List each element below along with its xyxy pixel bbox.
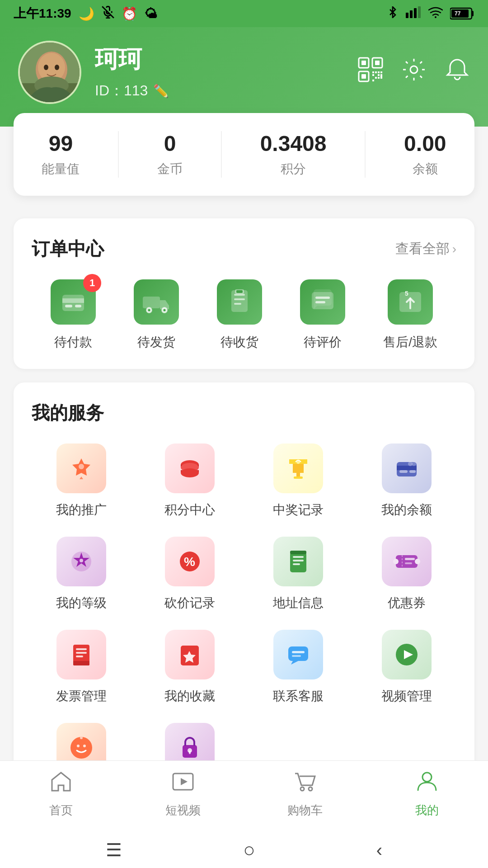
svg-rect-26 <box>375 71 377 73</box>
stat-energy-value: 99 <box>49 131 73 156</box>
edit-icon[interactable]: ✏️ <box>153 84 169 99</box>
svg-point-44 <box>148 309 150 311</box>
order-label-review: 待评价 <box>304 334 342 351</box>
stat-balance-label: 余额 <box>413 160 438 178</box>
nav-item-home[interactable]: 首页 <box>25 770 97 818</box>
shipping-icon-wrap <box>134 279 179 325</box>
notification-icon[interactable] <box>445 57 470 88</box>
svg-rect-94 <box>292 655 301 657</box>
service-label-favorites: 我的收藏 <box>164 688 215 705</box>
promotion-icon <box>56 443 106 493</box>
order-label-refund: 售后/退款 <box>383 334 437 351</box>
nav-item-mine[interactable]: 我的 <box>391 770 463 818</box>
svg-point-106 <box>309 787 312 791</box>
svg-rect-92 <box>288 646 308 661</box>
service-label-coupon: 优惠券 <box>388 594 426 612</box>
service-label-points: 积分中心 <box>164 501 215 519</box>
svg-rect-68 <box>399 470 408 473</box>
status-bar: 上午11:39 🌙 ⏰ 🌤 77 <box>0 0 488 27</box>
nav-item-cart[interactable]: 购物车 <box>269 770 341 818</box>
service-item-promotion[interactable]: 我的推广 <box>32 443 131 519</box>
svg-rect-9 <box>472 11 474 16</box>
payment-icon-wrap: 1 <box>51 279 96 325</box>
svg-point-107 <box>422 773 432 782</box>
bottom-navigation: 首页 短视频 购物车 我的 <box>0 760 488 832</box>
svg-point-63 <box>181 468 199 477</box>
svg-rect-3 <box>406 13 408 18</box>
stat-coins-label: 金币 <box>157 160 183 178</box>
stat-energy-label: 能量值 <box>42 160 80 178</box>
muted-icon <box>102 6 114 22</box>
svg-rect-34 <box>372 80 374 81</box>
service-item-favorites[interactable]: 我的收藏 <box>140 630 239 705</box>
svg-rect-51 <box>236 290 243 293</box>
order-item-payment[interactable]: 1 待付款 <box>51 279 96 351</box>
order-item-refund[interactable]: 5 售后/退款 <box>383 279 437 351</box>
svg-rect-25 <box>372 71 374 73</box>
qrcode-icon[interactable] <box>358 57 383 88</box>
svg-rect-5 <box>414 8 417 18</box>
svg-rect-30 <box>378 74 380 76</box>
order-item-shipping[interactable]: 待发货 <box>134 279 179 351</box>
status-system-icons: 77 <box>387 6 474 21</box>
svg-rect-4 <box>410 10 413 18</box>
receive-icon-wrap <box>217 279 262 325</box>
svg-rect-39 <box>65 305 72 307</box>
svg-point-15 <box>44 65 48 70</box>
menu-icon[interactable]: ☰ <box>106 840 122 860</box>
stat-energy[interactable]: 99 能量值 <box>42 131 80 178</box>
service-item-address[interactable]: 地址信息 <box>249 537 348 612</box>
service-item-level[interactable]: 我的等级 <box>32 537 131 612</box>
favorites-icon <box>165 630 215 679</box>
svg-rect-28 <box>380 71 382 73</box>
settings-icon[interactable] <box>401 57 427 88</box>
nav-item-short-video[interactable]: 短视频 <box>147 770 219 818</box>
svg-point-16 <box>55 65 59 70</box>
svg-rect-29 <box>372 74 374 76</box>
service-item-invoice[interactable]: 发票管理 <box>32 630 131 705</box>
prize-icon <box>273 443 323 493</box>
order-item-receive[interactable]: 待收货 <box>217 279 262 351</box>
stat-balance[interactable]: 0.00 余额 <box>404 131 446 178</box>
user-info: 珂珂 ID：113 ✏️ <box>95 44 169 101</box>
view-all-orders[interactable]: 查看全部 › <box>395 240 456 258</box>
battery-icon: 77 <box>450 7 474 20</box>
service-item-coupon[interactable]: 优惠券 <box>357 537 456 612</box>
user-id-row: ID：113 ✏️ <box>95 81 169 101</box>
profile-info: 珂珂 ID：113 ✏️ <box>18 41 169 104</box>
service-label-address: 地址信息 <box>273 594 324 612</box>
service-item-video[interactable]: 视频管理 <box>357 630 456 705</box>
service-item-points[interactable]: 积分中心 <box>140 443 239 519</box>
person-icon <box>415 770 439 799</box>
home-icon <box>49 770 73 799</box>
stat-coins-value: 0 <box>164 131 176 156</box>
order-item-review[interactable]: 待评价 <box>300 279 345 351</box>
svg-rect-76 <box>290 552 306 572</box>
status-time-area: 上午11:39 🌙 ⏰ 🌤 <box>14 5 157 22</box>
svg-rect-80 <box>290 551 306 554</box>
svg-point-36 <box>410 66 418 73</box>
svg-rect-78 <box>293 560 304 561</box>
svg-rect-64 <box>294 476 303 479</box>
svg-point-96 <box>70 737 92 759</box>
service-item-bargain[interactable]: % 砍价记录 <box>140 537 239 612</box>
stat-coins[interactable]: 0 金币 <box>157 131 183 178</box>
order-label-receive: 待收货 <box>221 334 258 351</box>
svg-rect-67 <box>397 466 417 470</box>
service-item-prize[interactable]: 中奖记录 <box>249 443 348 519</box>
alarm-icon: ⏰ <box>122 6 137 21</box>
svg-rect-40 <box>75 305 81 307</box>
back-icon[interactable]: ‹ <box>376 840 382 860</box>
service-item-balance[interactable]: 我的余额 <box>357 443 456 519</box>
service-item-support[interactable]: 联系客服 <box>249 630 348 705</box>
services-header: 我的服务 <box>32 401 456 425</box>
svg-rect-69 <box>409 470 416 473</box>
svg-text:5: 5 <box>405 290 408 297</box>
stat-points[interactable]: 0.3408 积分 <box>260 131 327 178</box>
home-circle-icon[interactable]: ○ <box>243 839 255 861</box>
nav-label-short-video: 短视频 <box>165 802 201 818</box>
address-icon <box>273 537 323 586</box>
svg-rect-47 <box>234 294 245 296</box>
review-icon-wrap <box>300 279 345 325</box>
avatar[interactable] <box>18 41 81 104</box>
